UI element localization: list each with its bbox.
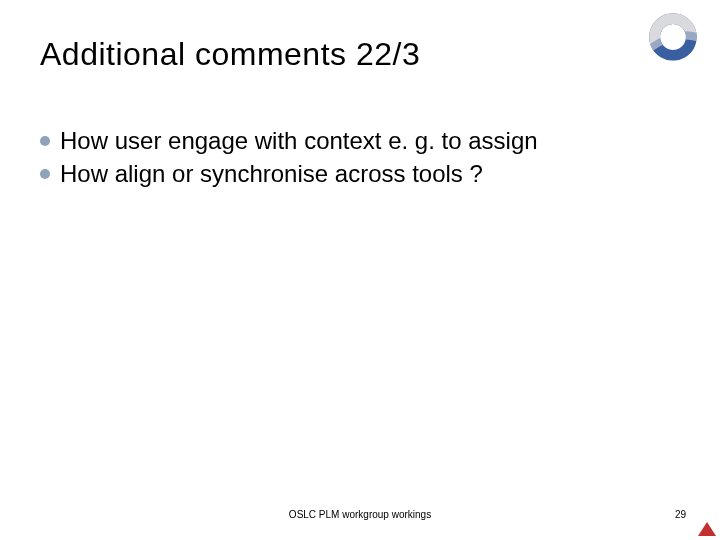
bullet-text: How user engage with context e. g. to as… (60, 126, 538, 157)
footer-text: OSLC PLM workgroup workings (0, 509, 720, 520)
body-content: How user engage with context e. g. to as… (40, 126, 650, 191)
swoosh-logo-icon (646, 10, 700, 64)
slide: Additional comments 22/3 How user engage… (0, 0, 720, 540)
bullet-text: How align or synchronise across tools ? (60, 159, 483, 190)
corner-triangle-icon (698, 522, 716, 536)
bullet-icon (40, 136, 50, 146)
page-number: 29 (675, 509, 686, 520)
list-item: How user engage with context e. g. to as… (40, 126, 650, 157)
bullet-icon (40, 169, 50, 179)
slide-title: Additional comments 22/3 (40, 36, 420, 73)
list-item: How align or synchronise across tools ? (40, 159, 650, 190)
